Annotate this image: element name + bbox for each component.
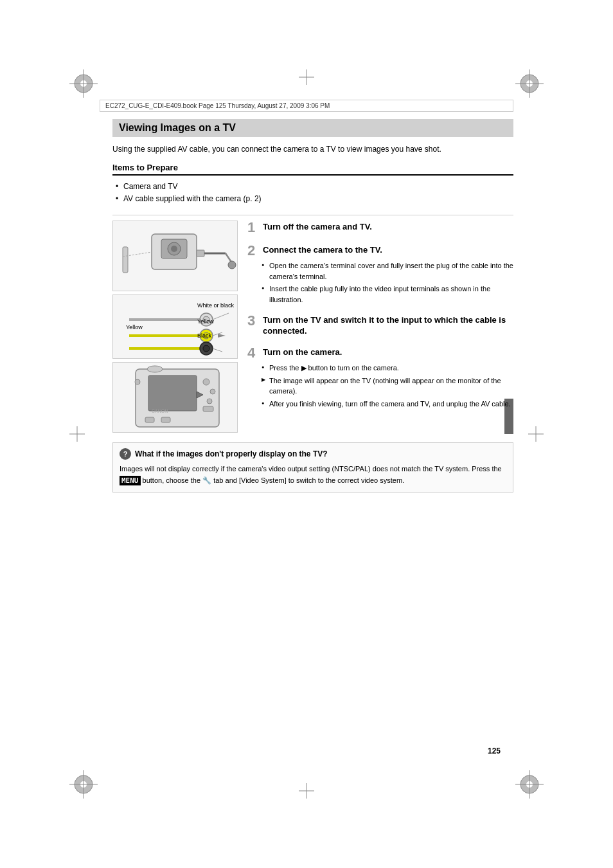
label-yellow1: Yellow [197, 316, 234, 327]
step-1-title: Turn off the camera and TV. [263, 221, 372, 233]
reg-mark-mid-top [299, 69, 314, 85]
svg-point-50 [210, 389, 215, 394]
illustration-3: CANON [112, 362, 238, 433]
camera-cable-svg [113, 221, 238, 291]
svg-point-42 [203, 345, 209, 352]
steps-text: 1 Turn off the camera and TV. 2 Connect … [238, 221, 513, 433]
reg-mark-top-right [515, 69, 544, 98]
step-4-bullet-2: After you finish viewing, turn off the c… [262, 399, 513, 410]
step-4-bullet-1: Press the ▶ button to turn on the camera… [262, 363, 513, 374]
illustrations-column: White or black Yellow Black Yellow [112, 221, 238, 433]
step-4-body: Press the ▶ button to turn on the camera… [247, 363, 513, 409]
prepare-item-2: AV cable supplied with the camera (p. 2) [116, 193, 513, 205]
reg-mark-bottom-left [69, 770, 98, 799]
svg-text:CANON: CANON [152, 409, 168, 413]
tab-symbol: 🔧 [202, 476, 211, 484]
topbar: EC272_CUG-E_CDI-E409.book Page 125 Thurs… [100, 100, 513, 112]
label-white-black: White or black [197, 300, 234, 311]
svg-point-53 [147, 366, 163, 372]
step-1: 1 Turn off the camera and TV. [247, 221, 513, 235]
svg-line-45 [213, 348, 222, 352]
step-1-header: 1 Turn off the camera and TV. [247, 221, 513, 235]
label-yellow2: Yellow [126, 324, 143, 330]
step-4-num: 4 [247, 346, 262, 360]
step-3-title: Turn on the TV and switch it to the inpu… [263, 314, 513, 337]
steps-area: White or black Yellow Black Yellow [112, 221, 513, 433]
info-box-text: Images will not display correctly if the… [120, 464, 506, 486]
step-2-body: Open the camera's terminal cover and ful… [247, 260, 513, 305]
step-2-num: 2 [247, 244, 262, 258]
cable-color-labels: White or black Yellow Black [197, 300, 234, 341]
step-2-header: 2 Connect the camera to the TV. [247, 244, 513, 258]
step-3-header: 3 Turn on the TV and switch it to the in… [247, 314, 513, 337]
main-content: Viewing Images on a TV Using the supplie… [112, 119, 513, 768]
step-1-num: 1 [247, 221, 262, 235]
step-4: 4 Turn on the camera. Press the ▶ button… [247, 346, 513, 409]
section-title: Viewing Images on a TV [112, 119, 513, 137]
step-3-num: 3 [247, 314, 262, 328]
svg-rect-57 [161, 417, 170, 422]
svg-point-51 [207, 399, 212, 404]
reg-mark-top-left [69, 69, 98, 98]
svg-point-27 [171, 246, 177, 252]
camera-back-svg: CANON [113, 363, 238, 433]
reg-mark-mid-bottom [299, 783, 314, 799]
info-box: ? What if the images don't properly disp… [112, 442, 513, 492]
svg-point-31 [228, 261, 236, 269]
svg-point-58 [135, 379, 140, 384]
step-4-title: Turn on the camera. [263, 346, 342, 358]
svg-rect-48 [148, 375, 197, 411]
prepare-item-1: Camera and TV [116, 181, 513, 193]
step-2: 2 Connect the camera to the TV. Open the… [247, 244, 513, 305]
svg-point-49 [203, 379, 209, 385]
step-2-bullet-1: Open the camera's terminal cover and ful… [262, 260, 513, 282]
step-4-header: 4 Turn on the camera. [247, 346, 513, 360]
step-3: 3 Turn on the TV and switch it to the in… [247, 314, 513, 337]
info-box-header: ? What if the images don't properly disp… [120, 448, 506, 460]
reg-mark-mid-left [69, 426, 85, 442]
step-2-bullet-2: Insert the cable plug fully into the vid… [262, 284, 513, 305]
topbar-text: EC272_CUG-E_CDI-E409.book Page 125 Thurs… [105, 102, 330, 109]
step-4-arrow-1: The image will appear on the TV (nothing… [262, 375, 513, 397]
intro-text: Using the supplied AV cable, you can con… [112, 143, 513, 155]
svg-rect-52 [203, 406, 213, 411]
page-number: 125 [488, 746, 501, 755]
items-prepare-header: Items to Prepare [112, 163, 513, 176]
illustration-1 [112, 221, 238, 291]
illustration-2: White or black Yellow Black Yellow [112, 294, 238, 359]
svg-rect-28 [197, 250, 204, 257]
step-2-title: Connect the camera to the TV. [263, 244, 382, 256]
question-icon: ? [120, 448, 131, 460]
menu-symbol: MENU [120, 476, 141, 485]
svg-rect-32 [123, 247, 128, 273]
prepare-list: Camera and TV AV cable supplied with the… [112, 181, 513, 205]
label-black: Black [197, 330, 234, 341]
info-box-question: What if the images don't properly displa… [135, 449, 328, 458]
reg-mark-mid-right [528, 426, 544, 442]
reg-mark-bottom-right [515, 770, 544, 799]
divider [112, 215, 513, 215]
svg-rect-56 [145, 417, 154, 422]
